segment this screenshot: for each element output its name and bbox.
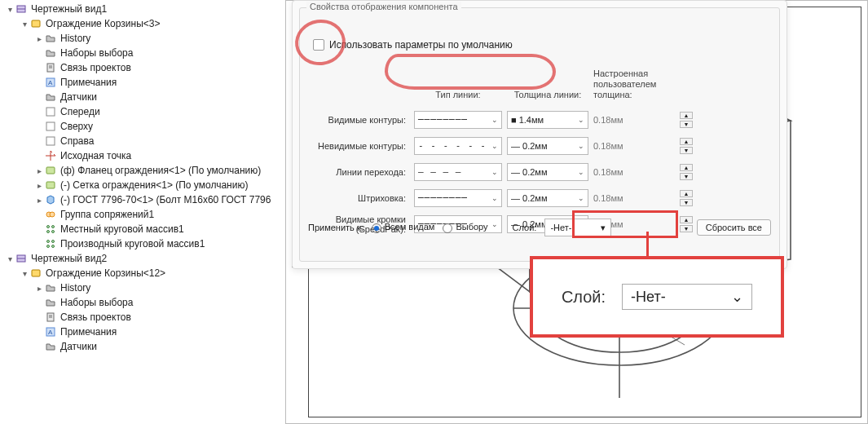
folder-icon xyxy=(44,296,57,309)
chevron-down-icon: ⌄ xyxy=(578,142,584,150)
tree-item[interactable]: Связь проектов xyxy=(0,60,285,75)
chevron-down-icon: ⌄ xyxy=(578,168,584,176)
tree-item[interactable]: ▾Чертежный вид2 xyxy=(0,251,285,266)
tree-item[interactable]: Связь проектов xyxy=(0,310,285,325)
tree-item[interactable]: Исходная точка xyxy=(0,148,285,163)
tree-item-label: Ограждение Корзины<12> xyxy=(46,267,165,279)
expand-toggle[interactable]: ▸ xyxy=(34,196,44,205)
tree-item[interactable]: AПримечания xyxy=(0,325,285,339)
expand-toggle[interactable]: ▾ xyxy=(5,5,15,14)
tree-item-label: Справа xyxy=(60,135,94,147)
tree-item[interactable]: ▸History xyxy=(0,31,285,46)
thickness-value: — 0.2мм xyxy=(511,141,547,151)
svg-point-22 xyxy=(47,241,50,243)
spin-up[interactable]: ▲ xyxy=(680,190,693,197)
linetype-combo[interactable]: — — — —⌄ xyxy=(414,163,502,181)
layer-label: Слой: xyxy=(513,223,537,232)
expand-toggle[interactable]: ▾ xyxy=(20,269,29,278)
custom-thickness-spinner[interactable]: ▲▼ xyxy=(680,112,693,128)
radio-selection[interactable]: Выбору xyxy=(443,222,487,232)
box-icon xyxy=(29,267,42,280)
spin-up[interactable]: ▲ xyxy=(680,138,693,145)
tree-item[interactable]: ▸(-) ГОСТ 7796-70<1> (Болт М16х60 ГОСТ 7… xyxy=(0,192,285,207)
chevron-down-icon: ⌄ xyxy=(491,168,498,176)
annotation-callout: Слой: -Нет- ⌄ xyxy=(530,256,784,338)
tree-item[interactable]: AПримечания xyxy=(0,75,285,90)
linetype-combo[interactable]: ────────⌄ xyxy=(414,111,502,129)
svg-point-21 xyxy=(52,231,55,233)
layer-combo[interactable]: -Нет- ▾ xyxy=(544,219,611,236)
custom-thickness-spinner[interactable]: ▲▼ xyxy=(680,138,693,154)
tree-item[interactable]: ▸(-) Сетка ограждения<1> (По умолчанию) xyxy=(0,178,285,192)
svg-marker-15 xyxy=(47,196,54,204)
svg-point-18 xyxy=(47,226,50,228)
tree-item[interactable]: ▸(ф) Фланец ограждения<1> (По умолчанию) xyxy=(0,163,285,178)
reset-all-button[interactable]: Сбросить все xyxy=(697,219,771,236)
tree-item[interactable]: Группа сопряжений1 xyxy=(0,207,285,222)
spin-down[interactable]: ▼ xyxy=(680,199,693,206)
tree-item[interactable]: Спереди xyxy=(0,104,285,119)
tree-item[interactable]: Датчики xyxy=(0,339,285,354)
callout-layer-combo[interactable]: -Нет- ⌄ xyxy=(622,284,752,310)
spin-down[interactable]: ▼ xyxy=(680,173,693,180)
row-label: Невидимые контуры: xyxy=(306,141,409,151)
tree-item-label: Датчики xyxy=(60,341,97,352)
tree-item-label: (ф) Фланец ограждения<1> (По умолчанию) xyxy=(60,165,261,176)
use-defaults-checkbox[interactable] xyxy=(313,39,324,51)
tree-item[interactable]: ▾Ограждение Корзины<3> xyxy=(0,16,285,31)
callout-layer-label: Слой: xyxy=(562,288,606,307)
chevron-down-icon: ⌄ xyxy=(491,142,498,150)
expand-toggle[interactable]: ▾ xyxy=(20,20,29,29)
thickness-combo[interactable]: — 0.2мм⌄ xyxy=(507,163,588,181)
tree-item-label: Ограждение Корзины<3> xyxy=(46,18,160,29)
tree-item[interactable]: Местный круговой массив1 xyxy=(0,222,285,236)
expand-toggle[interactable]: ▸ xyxy=(34,284,44,293)
custom-thickness-readout: 0.18мм xyxy=(593,115,675,125)
svg-point-25 xyxy=(52,245,55,248)
expand-toggle[interactable]: ▾ xyxy=(5,254,15,263)
spin-down[interactable]: ▼ xyxy=(680,147,693,154)
tree-item-label: Связь проектов xyxy=(60,311,131,323)
svg-rect-8 xyxy=(46,108,55,116)
svg-rect-2 xyxy=(32,20,40,27)
custom-thickness-spinner[interactable]: ▲▼ xyxy=(680,190,693,206)
tree-item[interactable]: Производный круговой массив1 xyxy=(0,236,285,251)
thickness-combo[interactable]: ■ 1.4мм⌄ xyxy=(507,111,588,129)
expand-toggle[interactable]: ▸ xyxy=(34,34,44,43)
tree-item-label: Группа сопряжений1 xyxy=(60,209,154,220)
svg-rect-10 xyxy=(46,137,55,145)
tree-item[interactable]: Датчики xyxy=(0,90,285,104)
tree-item[interactable]: ▾Ограждение Корзины<12> xyxy=(0,266,285,280)
svg-point-20 xyxy=(47,231,50,233)
svg-point-17 xyxy=(50,212,55,217)
tree-item[interactable]: ▸History xyxy=(0,280,285,295)
tree-item-label: History xyxy=(60,33,90,44)
tree-item[interactable]: Наборы выбора xyxy=(0,46,285,60)
thickness-combo[interactable]: — 0.2мм⌄ xyxy=(507,137,588,155)
feature-tree[interactable]: ▾Чертежный вид1▾Ограждение Корзины<3>▸Hi… xyxy=(0,0,285,424)
tree-item-label: Связь проектов xyxy=(60,62,131,73)
spin-down[interactable]: ▼ xyxy=(680,121,693,128)
line-style-grid: Тип линии: Толщина линии: Настроенная по… xyxy=(306,68,773,235)
expand-toggle[interactable]: ▸ xyxy=(34,181,44,190)
custom-thickness-readout: 0.18мм xyxy=(593,141,675,151)
radio-all-views[interactable]: Всем видам xyxy=(372,222,435,232)
chevron-down-icon: ▾ xyxy=(601,223,606,233)
tree-item-label: Производный круговой массив1 xyxy=(60,238,205,250)
thickness-value: ■ 1.4мм xyxy=(511,115,544,125)
spin-up[interactable]: ▲ xyxy=(680,164,693,171)
linetype-value: ──────── xyxy=(418,192,468,203)
spin-up[interactable]: ▲ xyxy=(680,112,693,119)
thickness-combo[interactable]: — 0.2мм⌄ xyxy=(507,189,588,207)
tree-item-label: Датчики xyxy=(60,91,97,103)
tree-item[interactable]: Наборы выбора xyxy=(0,295,285,310)
thickness-value: — 0.2мм xyxy=(511,167,547,177)
custom-thickness-spinner[interactable]: ▲▼ xyxy=(680,164,693,180)
tree-item[interactable]: ▾Чертежный вид1 xyxy=(0,2,285,16)
expand-toggle[interactable]: ▸ xyxy=(34,166,44,175)
linetype-combo[interactable]: - - - - - -⌄ xyxy=(414,137,502,155)
linetype-combo[interactable]: ────────⌄ xyxy=(414,189,502,207)
tree-item-label: (-) ГОСТ 7796-70<1> (Болт М16х60 ГОСТ 77… xyxy=(60,194,271,205)
tree-item[interactable]: Сверху xyxy=(0,119,285,134)
tree-item[interactable]: Справа xyxy=(0,134,285,148)
